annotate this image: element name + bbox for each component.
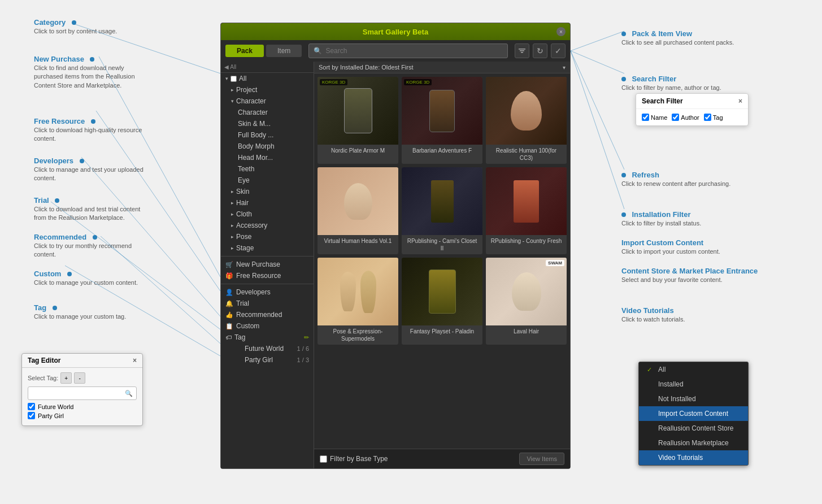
search-filter-popup: Search Filter × Name Author Tag: [636, 93, 749, 126]
installation-filter-annotation: Installation Filter Click to filter by i…: [621, 209, 701, 228]
search-filter-author-checkbox[interactable]: [672, 114, 679, 121]
dropdown-import-custom-label: Import Custom Content: [658, 410, 728, 418]
refresh-annotation: Refresh Click to renew content after pur…: [621, 170, 730, 188]
check-icon-button[interactable]: ✓: [551, 44, 566, 58]
refresh-desc: Click to renew content after purchasing.: [621, 180, 730, 188]
search-filter-name-option[interactable]: Name: [642, 114, 667, 121]
sidebar-pose-item[interactable]: ▸ Pose: [221, 231, 314, 242]
custom-sidebar-label: Custom: [236, 322, 259, 330]
sidebar-future-world-tag[interactable]: Future World 1 / 6: [221, 343, 314, 354]
sidebar-skin-m-item[interactable]: Skin & M...: [221, 118, 314, 129]
grid-item-fantasy[interactable]: Fantasy Playset - Paladin: [402, 258, 482, 345]
tag-editor-future-world-item[interactable]: Future World: [28, 403, 137, 410]
sidebar-developers-item[interactable]: 👤 Developers: [221, 286, 314, 298]
tag-editor-add-button[interactable]: +: [60, 372, 72, 384]
new-purchase-annotation: New Purchase Click to find and download …: [34, 54, 147, 90]
bodymorph-label: Body Morph: [238, 142, 275, 150]
filter-base-type-checkbox[interactable]: [320, 455, 327, 463]
korge-badge-barbarian: KORGE 3D: [404, 79, 432, 85]
sidebar-recommended-item[interactable]: 👍 Recommended: [221, 309, 314, 320]
search-filter-tag-option[interactable]: Tag: [704, 114, 723, 121]
tag-editor-search[interactable]: 🔍: [28, 386, 137, 400]
tag-edit-icon[interactable]: ✏: [304, 334, 309, 341]
sidebar-accessory-item[interactable]: ▸ Accessory: [221, 220, 314, 231]
sidebar-character-sub-item[interactable]: Character: [221, 107, 314, 118]
tag-editor-remove-button[interactable]: -: [74, 372, 85, 384]
filter-icon-button[interactable]: [515, 44, 529, 58]
dropdown-video-tutorials-item[interactable]: Video Tutorials: [639, 450, 748, 465]
tag-editor-select-row: Select Tag: + -: [28, 372, 137, 384]
grid-label-virtual: Virtual Human Heads Vol.1: [318, 235, 398, 247]
sidebar-new-purchase-item[interactable]: 🛒 New Purchase: [221, 259, 314, 270]
sidebar-tag-item[interactable]: 🏷 Tag ✏: [221, 332, 314, 343]
grid-thumb-realistic: [486, 77, 567, 145]
dropdown-reallusion-store-item[interactable]: Reallusion Content Store: [639, 421, 748, 436]
grid-item-rpublishing2[interactable]: RPublishing - Country Fresh: [486, 167, 567, 254]
search-filter-close-button[interactable]: ×: [738, 97, 742, 105]
grid-label-realistic: Realistic Human 100(for CC3): [486, 145, 567, 164]
dropdown-not-installed-item[interactable]: Not Installed: [639, 392, 748, 406]
sidebar-project-item[interactable]: ▸ Project: [221, 84, 314, 95]
tab-bar: Pack Item 🔍 ↻ ✓: [221, 40, 570, 62]
collapse-all-icon[interactable]: ◀ All: [224, 64, 236, 70]
tag-editor-party-girl-checkbox[interactable]: [28, 412, 35, 419]
sidebar-free-resource-item[interactable]: 🎁 Free Resource: [221, 270, 314, 281]
sidebar-stage-item[interactable]: ▸ Stage: [221, 242, 314, 254]
tag-editor-future-world-checkbox[interactable]: [28, 403, 35, 410]
dropdown-import-custom-item[interactable]: Import Custom Content: [639, 406, 748, 421]
sidebar-party-girl-tag[interactable]: Party Girl 1 / 3: [221, 354, 314, 366]
dropdown-installed-item[interactable]: Installed: [639, 377, 748, 392]
tag-editor-party-girl-item[interactable]: Party Girl: [28, 412, 137, 419]
stage-label: Stage: [236, 244, 254, 252]
view-items-button[interactable]: View Items: [519, 453, 564, 465]
sidebar-headmor-item[interactable]: Head Mor...: [221, 152, 314, 163]
search-filter-name-checkbox[interactable]: [642, 114, 649, 121]
search-input[interactable]: [325, 47, 503, 55]
hair-arrow-icon: ▸: [231, 200, 234, 206]
sidebar-custom-item[interactable]: 📋 Custom: [221, 320, 314, 332]
sidebar-hair-item[interactable]: ▸ Hair: [221, 197, 314, 208]
svg-line-12: [571, 51, 624, 170]
tag-editor-close-button[interactable]: ×: [133, 357, 137, 364]
grid-item-pose[interactable]: Pose & Expression- Supermodels: [318, 258, 398, 345]
sidebar-bodymorph-item[interactable]: Body Morph: [221, 141, 314, 152]
window-close-button[interactable]: ×: [556, 27, 566, 36]
grid-item-nordic[interactable]: KORGE 3D Nordic Plate Armor M: [318, 77, 398, 164]
grid-item-barbarian[interactable]: KORGE 3D Barbarian Adventures F: [402, 77, 482, 164]
filter-base-type[interactable]: Filter by Base Type: [320, 455, 388, 463]
sidebar-character-item[interactable]: ▾ Character: [221, 95, 314, 107]
developers-sidebar-label: Developers: [236, 288, 271, 296]
pack-tab[interactable]: Pack: [225, 45, 264, 57]
sidebar-all-item[interactable]: ▾ All: [221, 73, 314, 84]
search-filter-tag-label: Tag: [713, 114, 723, 121]
dropdown-all-check: ✓: [647, 366, 655, 373]
item-tab[interactable]: Item: [266, 45, 302, 57]
search-filter-tag-checkbox[interactable]: [704, 114, 711, 121]
dropdown-reallusion-marketplace-item[interactable]: Reallusion Marketplace: [639, 436, 748, 450]
grid-thumb-laval: SWAM: [486, 258, 567, 325]
search-filter-author-option[interactable]: Author: [672, 114, 699, 121]
grid-item-virtual[interactable]: Virtual Human Heads Vol.1: [318, 167, 398, 254]
all-checkbox[interactable]: [230, 76, 237, 82]
refresh-dot: [621, 173, 626, 177]
dropdown-reallusion-store-label: Reallusion Content Store: [658, 424, 733, 432]
sidebar-eye-item[interactable]: Eye: [221, 175, 314, 186]
refresh-icon-button[interactable]: ↻: [533, 44, 547, 58]
sidebar-cloth-item[interactable]: ▸ Cloth: [221, 208, 314, 220]
grid-item-rpublishing1[interactable]: RPublishing - Cami's Closet II: [402, 167, 482, 254]
grid-item-laval[interactable]: SWAM Laval Hair: [486, 258, 567, 345]
sidebar-teeth-item[interactable]: Teeth: [221, 163, 314, 175]
grid-item-realistic[interactable]: Realistic Human 100(for CC3): [486, 77, 567, 164]
import-custom-annotation: Import Custom Content Click to import yo…: [621, 237, 720, 256]
sidebar-trial-item[interactable]: 🔔 Trial: [221, 298, 314, 309]
tag-title: Tag: [34, 303, 46, 312]
trial-desc: Click to download and test trial content…: [34, 205, 147, 223]
developers-dot: [80, 159, 84, 163]
sort-arrow-icon[interactable]: ▾: [563, 64, 566, 71]
sidebar-skin-item[interactable]: ▸ Skin: [221, 186, 314, 197]
dropdown-all-item[interactable]: ✓ All: [639, 362, 748, 377]
recommended-annotation: Recommended Click to try our monthly rec…: [34, 232, 147, 259]
title-bar: Smart Gallery Beta ×: [221, 23, 570, 40]
free-resource-sidebar-label: Free Resource: [236, 272, 281, 280]
sidebar-fullbody-item[interactable]: Full Body ...: [221, 129, 314, 141]
